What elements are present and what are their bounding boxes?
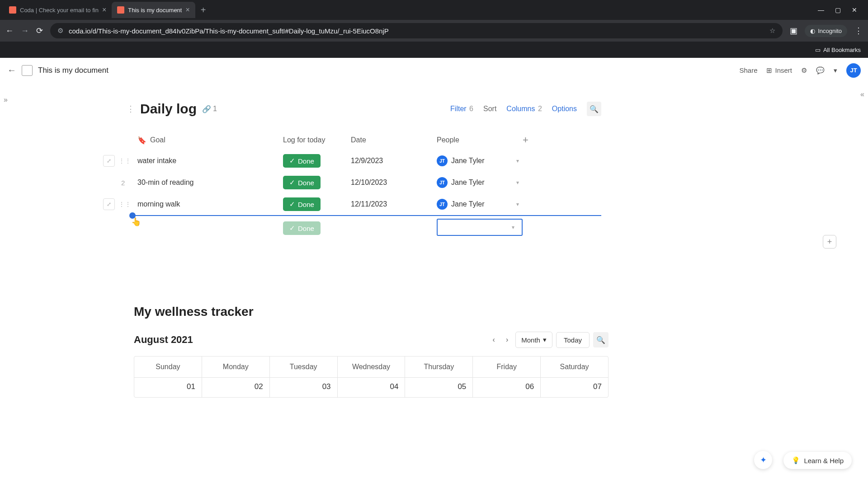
row-drag-icon[interactable]: ⋮⋮	[118, 157, 131, 164]
cell-log[interactable]: ✓ Done	[283, 154, 351, 168]
done-chip[interactable]: ✓ Done	[283, 197, 321, 211]
expand-row-icon[interactable]: ⤢	[103, 198, 115, 210]
learn-help-button[interactable]: 💡 Learn & Help	[783, 452, 852, 469]
prev-month-icon[interactable]: ‹	[489, 333, 499, 347]
chevron-down-icon[interactable]: ▾	[516, 201, 519, 207]
url-bar[interactable]: ⚙ coda.io/d/This-is-my-document_d84Iv0Zi…	[50, 23, 783, 38]
chevron-down-icon: ▾	[543, 336, 547, 344]
avatar[interactable]: JT	[846, 63, 861, 78]
help-label: Learn & Help	[804, 457, 844, 465]
drag-handle-icon[interactable]: ⋮	[127, 104, 135, 114]
cell-log[interactable]: ✓ Done	[283, 176, 351, 189]
cell-date[interactable]: 12/10/2023	[351, 178, 437, 187]
browser-tab-1[interactable]: This is my document ×	[112, 2, 195, 18]
maximize-icon[interactable]: ▢	[835, 6, 841, 14]
browser-chrome: Coda | Check your email to fin × This is…	[0, 0, 868, 58]
cell-date[interactable]: 12/9/2023	[351, 157, 437, 165]
person-avatar: JT	[437, 199, 448, 210]
table-row: ⤢ ⋮⋮ water intake ✓ Done 12/9/2023 JT Ja…	[134, 150, 601, 172]
calendar-cell[interactable]: 07	[541, 377, 608, 397]
app-header: ← This is my document Share ⊞ Insert ⚙ 💬…	[0, 58, 868, 83]
col-header-date[interactable]: Date	[351, 136, 437, 144]
search-icon[interactable]: 🔍	[587, 102, 601, 116]
doc-title[interactable]: This is my document	[38, 66, 108, 75]
cell-people[interactable]: JT Jane Tyler ▾	[437, 177, 523, 188]
expand-row-icon[interactable]: ⤢	[103, 155, 115, 167]
col-header-people[interactable]: People	[437, 136, 523, 144]
cell-goal[interactable]: water intake	[134, 157, 283, 165]
calendar-row: 01 02 03 04 05 06 07	[134, 377, 608, 397]
add-column-button[interactable]: +	[523, 134, 528, 146]
browser-tab-0[interactable]: Coda | Check your email to fin ×	[4, 2, 112, 18]
side-panel-icon[interactable]: ▣	[790, 26, 797, 36]
tab-title: Coda | Check your email to fin	[20, 7, 99, 14]
calendar-cell[interactable]: 04	[338, 377, 406, 397]
columns-button[interactable]: Columns 2	[506, 105, 542, 113]
day-head: Tuesday	[270, 357, 338, 377]
chevron-down-icon[interactable]: ▾	[516, 179, 519, 186]
link-badge[interactable]: 🔗 1	[202, 105, 217, 113]
star-icon[interactable]: ☆	[769, 27, 775, 35]
cell-people[interactable]: JT Jane Tyler ▾	[437, 199, 523, 210]
table-row: 2 30-min of reading ✓ Done 12/10/2023 JT…	[134, 172, 601, 193]
new-tab-button[interactable]: +	[195, 5, 212, 15]
filter-button[interactable]: Filter 6	[450, 105, 473, 113]
day-head: Saturday	[541, 357, 608, 377]
window-controls: — ▢ ✕	[818, 6, 864, 14]
close-icon[interactable]: ×	[185, 6, 189, 14]
insert-button[interactable]: ⊞ Insert	[766, 66, 792, 75]
all-bookmarks-link[interactable]: All Bookmarks	[823, 47, 861, 53]
comments-icon[interactable]: 💬	[816, 66, 825, 75]
cell-people[interactable]: JT Jane Tyler ▾	[437, 155, 523, 166]
people-select-active[interactable]: ▾	[437, 219, 523, 236]
chevron-down-icon[interactable]: ▾	[512, 224, 514, 230]
view-label: Month	[521, 336, 540, 344]
day-head: Monday	[202, 357, 270, 377]
reload-icon[interactable]: ⟳	[36, 26, 43, 36]
forward-icon[interactable]: →	[21, 26, 29, 36]
cell-goal[interactable]: morning walk	[134, 200, 283, 208]
calendar-cell[interactable]: 05	[405, 377, 473, 397]
view-select[interactable]: Month ▾	[515, 332, 552, 348]
calendar-cell[interactable]: 02	[202, 377, 270, 397]
back-icon[interactable]: ←	[5, 26, 14, 36]
next-month-icon[interactable]: ›	[502, 333, 512, 347]
cell-log[interactable]: ✓ Done	[283, 197, 351, 211]
done-chip[interactable]: ✓ Done	[283, 154, 321, 168]
menu-icon[interactable]: ⋮	[854, 26, 863, 36]
chevron-down-icon[interactable]: ▾	[834, 66, 837, 75]
minimize-icon[interactable]: —	[818, 6, 824, 14]
options-button[interactable]: Options	[552, 105, 577, 113]
share-button[interactable]: Share	[739, 66, 757, 74]
calendar-cell[interactable]: 06	[473, 377, 541, 397]
calendar-cell[interactable]: 01	[134, 377, 202, 397]
day-head: Thursday	[405, 357, 473, 377]
calendar-cell[interactable]: 03	[270, 377, 338, 397]
col-header-log[interactable]: Log for today	[283, 136, 351, 144]
wellness-section: My wellness tracker August 2021 ‹ › Mont…	[134, 305, 609, 398]
today-button[interactable]: Today	[556, 332, 590, 348]
chevron-down-icon[interactable]: ▾	[516, 158, 519, 164]
close-icon[interactable]: ×	[102, 6, 106, 14]
table-row: ⤢ ⋮⋮ morning walk ✓ Done 12/11/2023 JT J…	[134, 193, 601, 215]
incognito-badge[interactable]: ◐ Incognito	[805, 25, 847, 37]
insert-label: Insert	[775, 66, 792, 74]
table-title[interactable]: Daily log	[140, 101, 197, 117]
gear-icon[interactable]: ⚙	[801, 66, 807, 75]
doc-back-icon[interactable]: ←	[7, 65, 16, 75]
row-drag-icon[interactable]: ⋮⋮	[118, 201, 131, 208]
sort-button[interactable]: Sort	[483, 105, 496, 113]
close-window-icon[interactable]: ✕	[852, 6, 857, 14]
calendar-search-icon[interactable]: 🔍	[593, 332, 609, 347]
cell-goal[interactable]: 30-min of reading	[134, 178, 283, 187]
col-header-goal[interactable]: 🔖 Goal	[134, 136, 283, 145]
done-chip-placeholder[interactable]: ✓ Done	[283, 221, 321, 235]
ai-assistant-button[interactable]: ✦	[754, 451, 772, 469]
site-settings-icon[interactable]: ⚙	[57, 27, 63, 35]
doc-icon[interactable]	[22, 65, 33, 76]
new-row[interactable]: 👆 ✓ Done ▾	[134, 215, 601, 237]
cell-log[interactable]: ✓ Done	[283, 218, 351, 235]
cell-date[interactable]: 12/11/2023	[351, 200, 437, 208]
add-row-button[interactable]: +	[823, 235, 836, 249]
done-chip[interactable]: ✓ Done	[283, 176, 321, 189]
